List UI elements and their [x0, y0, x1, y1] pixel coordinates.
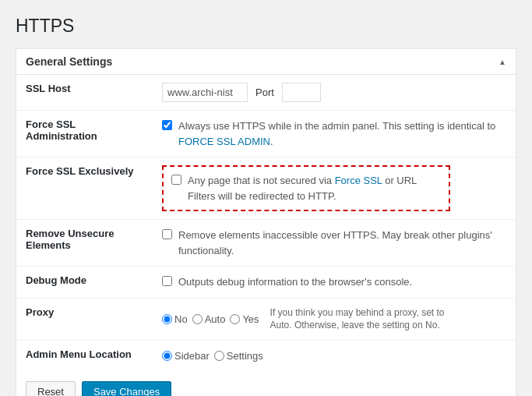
footer-row: Reset Save Changes	[16, 372, 516, 396]
proxy-yes-option[interactable]: Yes	[230, 312, 259, 327]
debug-mode-row: Debug Mode Outputs debug information to …	[16, 267, 516, 299]
admin-menu-settings-option[interactable]: Settings	[214, 348, 263, 364]
debug-mode-value-cell: Outputs debug information to the browser…	[153, 267, 516, 299]
settings-table: SSL Host Port Force SSLAdministration Al…	[16, 75, 516, 372]
page-title: HTTPS	[16, 16, 516, 37]
card-body: SSL Host Port Force SSLAdministration Al…	[16, 75, 516, 396]
ssl-host-input[interactable]	[162, 83, 248, 102]
proxy-auto-radio[interactable]	[192, 314, 203, 324]
admin-menu-location-label: Admin Menu Location	[16, 341, 153, 372]
admin-menu-sidebar-option[interactable]: Sidebar	[162, 348, 210, 364]
proxy-hint-text: If you think you may behind a proxy, set…	[270, 306, 449, 333]
admin-menu-location-row: Admin Menu Location Sidebar Settings	[16, 341, 516, 372]
admin-menu-radio-group: Sidebar Settings	[162, 348, 506, 364]
proxy-yes-label: Yes	[242, 312, 259, 327]
ssl-host-value-cell: Port	[153, 75, 516, 110]
ssl-host-row: SSL Host Port	[16, 75, 516, 111]
force-ssl-admin-label: Force SSLAdministration	[16, 111, 153, 157]
force-ssl-admin-link[interactable]: FORCE SSL ADMIN	[178, 136, 270, 147]
debug-mode-checkbox-row: Outputs debug information to the browser…	[162, 274, 506, 290]
proxy-auto-label: Auto	[205, 312, 226, 327]
force-ssl-admin-value-cell: Always use HTTPS while in the admin pane…	[153, 111, 516, 157]
collapse-icon: ▲	[499, 58, 506, 66]
ssl-host-label: SSL Host	[16, 75, 153, 111]
admin-menu-sidebar-label: Sidebar	[174, 348, 210, 364]
admin-menu-settings-radio[interactable]	[214, 351, 224, 361]
card-header[interactable]: General Settings ▲	[16, 49, 516, 75]
proxy-no-option[interactable]: No	[162, 312, 188, 327]
force-ssl-admin-row: Force SSLAdministration Always use HTTPS…	[16, 111, 516, 157]
remove-unsecure-text: Remove elements inaccessible over HTTPS.…	[178, 228, 506, 258]
proxy-radio-group: No Auto Yes If you think you may behind …	[162, 306, 506, 333]
remove-unsecure-row: Remove UnsecureElements Remove elements …	[16, 220, 516, 267]
force-ssl-link[interactable]: Force SSL	[335, 175, 382, 186]
proxy-label: Proxy	[16, 298, 153, 341]
port-input[interactable]	[282, 83, 321, 102]
proxy-yes-radio[interactable]	[230, 314, 240, 324]
reset-button[interactable]: Reset	[26, 381, 76, 396]
force-ssl-exclusively-row: Force SSL Exclusively Any page that is n…	[16, 157, 516, 220]
remove-unsecure-checkbox-row: Remove elements inaccessible over HTTPS.…	[162, 228, 506, 258]
general-settings-card: General Settings ▲ SSL Host Port Force S…	[16, 48, 516, 396]
proxy-no-radio[interactable]	[162, 314, 172, 324]
remove-unsecure-value-cell: Remove elements inaccessible over HTTPS.…	[153, 220, 516, 267]
force-ssl-exclusively-checkbox[interactable]	[171, 175, 181, 185]
admin-menu-location-value-cell: Sidebar Settings	[153, 341, 516, 372]
proxy-row: Proxy No Auto	[16, 298, 516, 341]
force-ssl-admin-checkbox-row: Always use HTTPS while in the admin pane…	[162, 118, 506, 149]
save-changes-button[interactable]: Save Changes	[82, 381, 171, 396]
debug-mode-label: Debug Mode	[16, 267, 153, 299]
force-ssl-admin-checkbox[interactable]	[162, 120, 172, 130]
remove-unsecure-label: Remove UnsecureElements	[16, 220, 153, 267]
proxy-value-cell: No Auto Yes If you think you may behind …	[153, 298, 516, 341]
proxy-auto-option[interactable]: Auto	[192, 312, 226, 327]
remove-unsecure-checkbox[interactable]	[162, 229, 172, 239]
force-ssl-exclusively-label: Force SSL Exclusively	[16, 157, 153, 220]
card-header-title: General Settings	[26, 55, 112, 68]
admin-menu-sidebar-radio[interactable]	[162, 351, 172, 361]
proxy-no-label: No	[174, 312, 188, 327]
force-ssl-exclusively-value-cell: Any page that is not secured via Force S…	[153, 157, 516, 220]
debug-mode-checkbox[interactable]	[162, 276, 172, 286]
debug-mode-text: Outputs debug information to the browser…	[178, 274, 412, 290]
port-label: Port	[255, 85, 274, 101]
force-ssl-admin-text: Always use HTTPS while in the admin pane…	[178, 118, 506, 149]
force-ssl-exclusively-text: Any page that is not secured via Force S…	[188, 173, 441, 203]
admin-menu-settings-label: Settings	[227, 348, 263, 364]
force-ssl-exclusively-box: Any page that is not secured via Force S…	[162, 165, 450, 211]
